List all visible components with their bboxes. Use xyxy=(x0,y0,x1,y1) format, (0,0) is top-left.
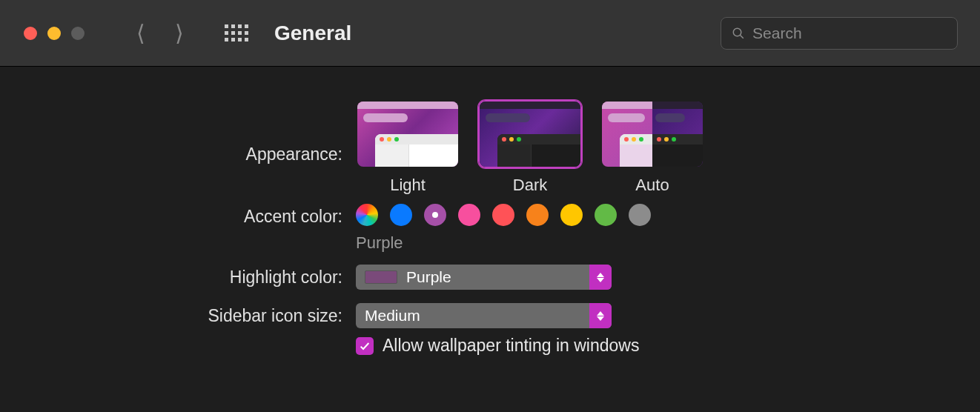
appearance-option-label: Light xyxy=(390,176,426,195)
accent-swatch-pink[interactable] xyxy=(458,204,480,226)
select-stepper-icon xyxy=(589,265,612,290)
search-field[interactable] xyxy=(721,17,958,50)
appearance-label: Appearance: xyxy=(0,100,356,165)
checkmark-icon xyxy=(359,340,371,352)
content: Appearance: Light Dark xyxy=(0,67,980,356)
appearance-options: Light Dark Auto xyxy=(356,100,704,195)
sidebar-icon-label: Sidebar icon size: xyxy=(0,303,356,326)
appearance-option-auto[interactable]: Auto xyxy=(600,100,704,195)
highlight-select[interactable]: Purple xyxy=(356,265,612,290)
accent-selected-name: Purple xyxy=(356,233,651,253)
window-controls xyxy=(24,27,85,40)
accent-swatch-yellow[interactable] xyxy=(560,204,583,226)
appearance-thumb-auto xyxy=(600,100,704,168)
accent-swatch-purple[interactable] xyxy=(424,204,446,226)
svg-line-1 xyxy=(740,35,744,39)
minimize-button[interactable] xyxy=(47,27,61,40)
appearance-option-light[interactable]: Light xyxy=(356,100,460,195)
wallpaper-tinting-label: Allow wallpaper tinting in windows xyxy=(383,336,639,356)
sidebar-icon-value: Medium xyxy=(365,307,420,325)
accent-swatch-multicolor[interactable] xyxy=(356,204,378,226)
page-title: General xyxy=(274,21,351,45)
accent-swatch-orange[interactable] xyxy=(526,204,549,226)
search-input[interactable] xyxy=(752,24,947,42)
back-button[interactable]: ⟨ xyxy=(136,20,145,46)
show-all-icon[interactable] xyxy=(225,24,248,41)
appearance-thumb-dark xyxy=(478,100,582,168)
appearance-option-label: Auto xyxy=(635,176,669,195)
select-stepper-icon xyxy=(589,303,612,328)
highlight-value: Purple xyxy=(406,268,451,286)
appearance-option-label: Dark xyxy=(513,176,547,195)
wallpaper-tinting-checkbox[interactable] xyxy=(356,337,374,355)
svg-point-0 xyxy=(733,28,741,36)
accent-swatches xyxy=(356,204,651,226)
accent-swatch-graphite[interactable] xyxy=(629,204,651,226)
highlight-label: Highlight color: xyxy=(0,265,356,288)
zoom-button[interactable] xyxy=(71,27,85,40)
search-icon xyxy=(732,26,745,41)
accent-swatch-green[interactable] xyxy=(595,204,617,226)
close-button[interactable] xyxy=(24,27,37,40)
titlebar: ⟨ ⟩ General xyxy=(0,0,980,67)
accent-swatch-blue[interactable] xyxy=(390,204,412,226)
sidebar-icon-select[interactable]: Medium xyxy=(356,303,612,328)
appearance-thumb-light xyxy=(356,100,460,168)
highlight-color-chip xyxy=(365,270,397,284)
forward-button[interactable]: ⟩ xyxy=(175,20,184,46)
appearance-option-dark[interactable]: Dark xyxy=(478,100,582,195)
accent-swatch-red[interactable] xyxy=(492,204,514,226)
nav-arrows: ⟨ ⟩ xyxy=(136,20,184,46)
accent-label: Accent color: xyxy=(0,204,356,227)
